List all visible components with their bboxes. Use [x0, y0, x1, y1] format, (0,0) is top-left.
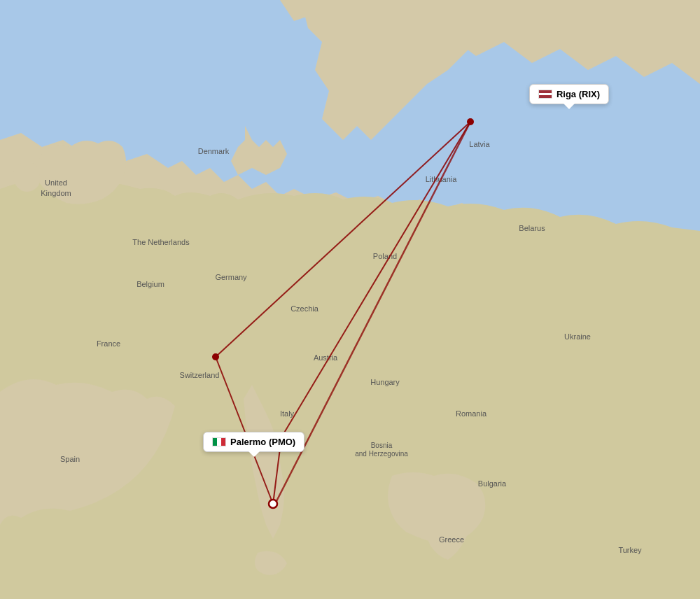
- label-ukraine: Ukraine: [564, 332, 591, 341]
- label-belgium: Belgium: [136, 280, 164, 288]
- label-bih2: and Herzegovina: [355, 450, 408, 458]
- map-svg: United Kingdom Denmark The Netherlands B…: [0, 0, 700, 599]
- airport-riga-dot: [467, 118, 474, 125]
- label-belarus: Belarus: [519, 224, 545, 232]
- label-romania: Romania: [456, 409, 487, 418]
- label-netherlands: The Netherlands: [132, 238, 190, 246]
- label-switzerland: Switzerland: [180, 371, 220, 379]
- label-hungary: Hungary: [370, 378, 400, 386]
- label-denmark: Denmark: [198, 147, 230, 155]
- label-uk2: Kingdom: [41, 189, 71, 197]
- label-poland: Poland: [373, 252, 397, 260]
- waypoint-rome: [278, 434, 285, 441]
- label-bih: Bosnia: [371, 442, 393, 449]
- label-latvia: Latvia: [469, 140, 490, 148]
- label-czechia: Czechia: [290, 304, 319, 313]
- airport-palermo-dot: [269, 500, 277, 508]
- label-italy: Italy: [280, 409, 295, 418]
- label-germany: Germany: [215, 273, 247, 281]
- label-france: France: [97, 339, 120, 348]
- map-container: United Kingdom Denmark The Netherlands B…: [0, 0, 700, 599]
- label-bulgaria: Bulgaria: [478, 479, 507, 488]
- waypoint-zurich: [212, 353, 219, 360]
- label-austria: Austria: [314, 353, 338, 362]
- label-spain: Spain: [60, 455, 80, 463]
- label-greece: Greece: [439, 535, 464, 544]
- label-uk: United: [45, 178, 67, 187]
- label-turkey: Turkey: [618, 546, 642, 554]
